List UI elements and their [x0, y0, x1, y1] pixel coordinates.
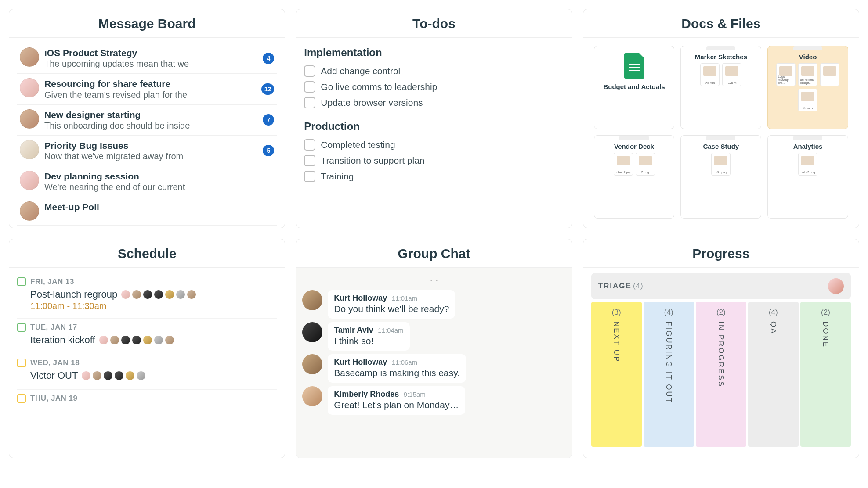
message-title: Priority Bug Issues: [44, 140, 257, 151]
chat-ellipsis: …: [302, 272, 565, 287]
folder-tab-icon: [793, 46, 822, 50]
message-item[interactable]: Meet-up Poll: [17, 197, 277, 226]
todo-item[interactable]: Add change control: [304, 63, 564, 79]
doc-card[interactable]: Analyticscolor2.png: [767, 135, 848, 219]
todo-group-title[interactable]: Production: [304, 120, 564, 133]
avatar: [92, 371, 102, 380]
progress-count: (3): [612, 308, 621, 317]
progress-column[interactable]: (4) FIGURING IT OUT: [644, 302, 694, 447]
todo-item[interactable]: Training: [304, 169, 564, 184]
progress-count: (2): [821, 308, 830, 317]
message-item[interactable]: New designer starting This onboarding do…: [17, 105, 277, 136]
checkbox-icon[interactable]: [304, 155, 315, 166]
doc-card[interactable]: Vendor Decknature2.png2.png: [594, 135, 675, 219]
chat-message[interactable]: Kurt Holloway 11:01am Do you think we'll…: [302, 290, 565, 319]
chat-author: Tamir Aviv: [334, 326, 373, 334]
message-board-card[interactable]: Message Board iOS Product Strategy The u…: [9, 9, 285, 228]
checkbox-icon[interactable]: [304, 139, 315, 151]
checkbox-icon[interactable]: [304, 171, 315, 182]
schedule-item[interactable]: FRI, JAN 13 Post-launch regroup 11:00am …: [17, 273, 277, 319]
chat-text: Great! Let's plan on Monday…: [334, 400, 459, 410]
checkbox-icon[interactable]: [304, 65, 315, 77]
progress-column-name: NEXT UP: [612, 321, 621, 362]
avatar: [187, 290, 196, 299]
progress-column-name: FIGURING IT OUT: [664, 321, 673, 404]
chat-author: Kurt Holloway: [334, 358, 387, 366]
chat-body: … Kurt Holloway 11:01am Do you think we'…: [296, 268, 571, 458]
message-item[interactable]: Dev planning session We're nearing the e…: [17, 166, 277, 197]
todo-item[interactable]: Transition to support plan: [304, 153, 564, 169]
todo-label: Go live comms to leadership: [321, 82, 437, 92]
comment-count-badge: 4: [263, 53, 274, 64]
avatar: [125, 371, 135, 380]
message-item[interactable]: Priority Bug Issues Now that we've migra…: [17, 136, 277, 166]
todo-item[interactable]: Update browser versions: [304, 95, 564, 111]
progress-card[interactable]: Progress TRIAGE(4) (3) NEXT UP (4) FIGUR…: [583, 239, 859, 458]
message-item[interactable]: iOS Product Strategy The upcoming update…: [17, 43, 277, 74]
avatar: [302, 354, 322, 374]
schedule-date: TUE, JAN 17: [30, 323, 77, 332]
chat-time: 9:15am: [404, 391, 426, 398]
progress-count: (2): [716, 308, 726, 317]
docs-card[interactable]: Docs & Files Budget and ActualsMarker Sk…: [583, 9, 859, 228]
avatar: [132, 335, 141, 345]
todos-card[interactable]: To-dos Implementation Add change control…: [296, 9, 572, 228]
avatar: [132, 290, 141, 299]
chat-time: 11:06am: [392, 359, 417, 366]
todos-title: To-dos: [296, 9, 571, 38]
message-board-body: iOS Product Strategy The upcoming update…: [9, 38, 285, 228]
avatar: [20, 201, 39, 221]
triage-bar[interactable]: TRIAGE(4): [591, 273, 851, 299]
message-board-title: Message Board: [9, 9, 285, 38]
avatar: [154, 290, 163, 299]
progress-body: TRIAGE(4) (3) NEXT UP (4) FIGURING IT OU…: [583, 268, 859, 458]
doc-title: Video: [799, 53, 817, 61]
progress-column-name: DONE: [821, 321, 830, 348]
comment-count-badge: 7: [263, 114, 274, 126]
chat-message[interactable]: Kimberly Rhodes 9:15am Great! Let's plan…: [302, 386, 565, 415]
docs-body: Budget and ActualsMarker SketchesAd minE…: [583, 38, 859, 228]
avatar: [154, 335, 163, 345]
calendar-icon: [17, 394, 26, 403]
avatar: [99, 335, 108, 345]
message-item[interactable]: Resourcing for share feature Given the t…: [17, 74, 277, 104]
avatar: [302, 322, 322, 342]
progress-column[interactable]: (2) DONE: [800, 302, 851, 447]
schedule-title: Schedule: [9, 239, 285, 268]
checkbox-icon[interactable]: [304, 81, 315, 93]
doc-card[interactable]: Case Studyc&s.png: [680, 135, 761, 219]
schedule-item[interactable]: WED, JAN 18 Victor OUT: [17, 354, 277, 390]
schedule-date: THU, JAN 19: [30, 394, 78, 403]
schedule-card[interactable]: Schedule FRI, JAN 13 Post-launch regroup…: [9, 239, 285, 458]
doc-card[interactable]: Marker SketchesAd minEve nt: [680, 46, 761, 129]
doc-title: Marker Sketches: [695, 53, 747, 61]
chat-message[interactable]: Kurt Holloway 11:06am Basecamp is making…: [302, 354, 565, 383]
todo-item[interactable]: Completed testing: [304, 137, 564, 153]
chat-card[interactable]: Group Chat … Kurt Holloway 11:01am Do yo…: [296, 239, 572, 458]
chat-message[interactable]: Tamir Aviv 11:04am I think so!: [302, 322, 565, 351]
doc-card[interactable]: Budget and Actuals: [594, 46, 675, 129]
chat-time: 11:01am: [392, 294, 417, 302]
avatar: [20, 171, 39, 190]
avatar: [176, 290, 185, 299]
progress-column[interactable]: (3) NEXT UP: [591, 302, 642, 447]
message-preview: Given the team's revised plan for the: [44, 90, 256, 100]
schedule-item[interactable]: THU, JAN 19: [17, 390, 277, 410]
thumbnail: Logo Mockup - dra...: [776, 63, 796, 86]
progress-column[interactable]: (4) QA: [748, 302, 799, 447]
doc-title: Vendor Deck: [614, 143, 654, 150]
schedule-item[interactable]: TUE, JAN 17 Iteration kickoff: [17, 319, 277, 354]
chat-title: Group Chat: [296, 239, 571, 268]
chat-time: 11:04am: [378, 327, 403, 334]
calendar-icon: [17, 277, 26, 286]
checkbox-icon[interactable]: [304, 97, 315, 108]
avatar: [110, 335, 119, 345]
schedule-body: FRI, JAN 13 Post-launch regroup 11:00am …: [9, 268, 285, 458]
schedule-date: WED, JAN 18: [30, 359, 80, 367]
progress-column-name: IN PROGRESS: [716, 321, 725, 388]
progress-column[interactable]: (2) IN PROGRESS: [696, 302, 746, 447]
doc-card[interactable]: VideoLogo Mockup - dra...Schematic desig…: [767, 46, 848, 129]
thumbnail: nature2.png: [614, 153, 633, 176]
todo-group-title[interactable]: Implementation: [304, 47, 564, 59]
todo-item[interactable]: Go live comms to leadership: [304, 79, 564, 95]
